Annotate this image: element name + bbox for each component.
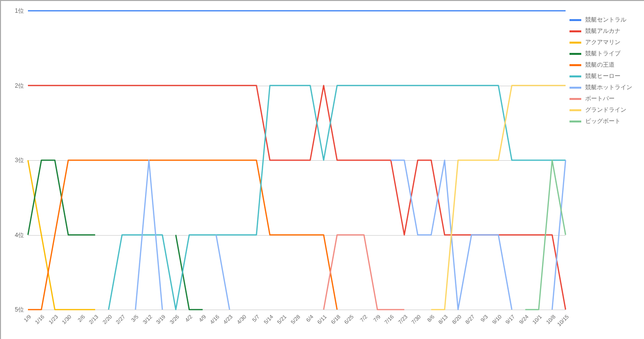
x-tick: 7/23 xyxy=(397,314,409,325)
legend-item: グランドライン xyxy=(570,106,632,114)
legend-label: 競艇ホットライン xyxy=(585,83,632,92)
x-tick: 6/11 xyxy=(316,314,328,325)
legend-item: 競艇ホットライン xyxy=(570,83,632,92)
series-line xyxy=(28,86,566,310)
y-tick: 3位 xyxy=(4,156,24,165)
x-tick: 1/23 xyxy=(48,314,59,325)
legend-swatch xyxy=(570,19,581,21)
legend-swatch xyxy=(570,87,581,89)
legend-swatch xyxy=(570,64,581,66)
x-tick: 6/25 xyxy=(343,314,355,325)
x-tick: 9/3 xyxy=(480,314,489,323)
x-tick: 8/20 xyxy=(450,314,462,325)
x-tick: 8/27 xyxy=(464,314,476,325)
series-line xyxy=(323,235,404,310)
legend-label: 競艇の王道 xyxy=(585,61,615,69)
x-tick: 3/12 xyxy=(142,314,153,325)
legend-item: ビッグボート xyxy=(570,117,632,125)
x-tick: 3/5 xyxy=(130,314,140,323)
x-tick: 2/27 xyxy=(115,314,126,325)
x-tick: 7/16 xyxy=(383,314,395,325)
x-tick: 9/10 xyxy=(491,314,503,325)
legend-label: 競艇トライブ xyxy=(585,49,620,58)
legend-swatch xyxy=(570,98,581,100)
legend-label: 競艇ヒーロー xyxy=(585,72,620,80)
legend-item: 競艇の王道 xyxy=(570,61,632,69)
x-tick: 1/16 xyxy=(34,314,46,325)
x-tick: 4/2 xyxy=(184,314,193,323)
x-tick: 7/30 xyxy=(410,314,422,325)
legend-swatch xyxy=(570,30,581,32)
y-tick: 2位 xyxy=(4,81,24,90)
x-tick: 10/15 xyxy=(556,314,570,327)
legend-label: ボートパー xyxy=(585,95,615,103)
x-tick: 1/9 xyxy=(23,314,32,323)
x-tick: 2/13 xyxy=(88,314,99,325)
x-tick: 5/14 xyxy=(262,314,274,325)
legend-item: 競艇トライブ xyxy=(570,49,632,58)
legend-label: グランドライン xyxy=(585,106,626,114)
x-tick: 9/17 xyxy=(504,314,516,325)
y-tick: 4位 xyxy=(4,231,24,239)
legend-item: アクアマリン xyxy=(570,38,632,47)
ranking-line-chart: 1位2位3位4位5位 1/91/161/231/302/62/132/202/2… xyxy=(1,1,644,339)
x-tick: 5/7 xyxy=(251,314,260,323)
legend-swatch xyxy=(570,42,581,44)
legend-label: 競艇セントラル xyxy=(585,16,626,24)
x-tick: 7/9 xyxy=(372,314,381,323)
legend-item: 競艇アルカナ xyxy=(570,27,632,35)
x-tick: 5/28 xyxy=(289,314,301,325)
x-tick: 2/20 xyxy=(101,314,113,325)
series-line xyxy=(431,86,566,310)
x-tick: 8/13 xyxy=(437,314,449,325)
x-tick: 6/4 xyxy=(305,314,314,323)
legend-item: 競艇セントラル xyxy=(570,16,632,24)
series-line xyxy=(109,86,566,310)
x-tick: 4/16 xyxy=(209,314,221,325)
x-tick: 10/1 xyxy=(531,314,543,325)
legend-swatch xyxy=(570,121,581,122)
legend-swatch xyxy=(570,75,581,77)
x-tick: 9/24 xyxy=(518,314,530,325)
legend-swatch xyxy=(570,53,581,55)
plot-area xyxy=(28,11,566,310)
grid-line xyxy=(28,310,566,310)
legend: 競艇セントラル競艇アルカナアクアマリン競艇トライブ競艇の王道競艇ヒーロー競艇ホッ… xyxy=(570,16,632,128)
legend-label: アクアマリン xyxy=(585,38,620,47)
y-tick: 5位 xyxy=(4,306,24,314)
x-tick: 5/21 xyxy=(276,314,288,325)
legend-label: 競艇アルカナ xyxy=(585,27,620,35)
x-tick: 7/2 xyxy=(359,314,368,323)
x-tick: 8/6 xyxy=(426,314,435,323)
x-tick: 4/9 xyxy=(198,314,207,323)
legend-item: ボートパー xyxy=(570,95,632,103)
legend-swatch xyxy=(570,109,581,111)
legend-item: 競艇ヒーロー xyxy=(570,72,632,80)
x-tick: 3/19 xyxy=(155,314,167,325)
x-tick: 1/30 xyxy=(61,314,73,325)
x-tick: 4/23 xyxy=(222,314,234,325)
series-lines xyxy=(28,11,566,310)
y-tick: 1位 xyxy=(4,7,24,15)
x-tick: 4/30 xyxy=(236,314,248,325)
legend-label: ビッグボート xyxy=(585,117,620,125)
x-tick: 10/8 xyxy=(545,314,556,325)
x-tick: 2/6 xyxy=(76,314,86,323)
x-tick: 6/18 xyxy=(330,314,342,325)
x-tick: 3/26 xyxy=(169,314,180,325)
